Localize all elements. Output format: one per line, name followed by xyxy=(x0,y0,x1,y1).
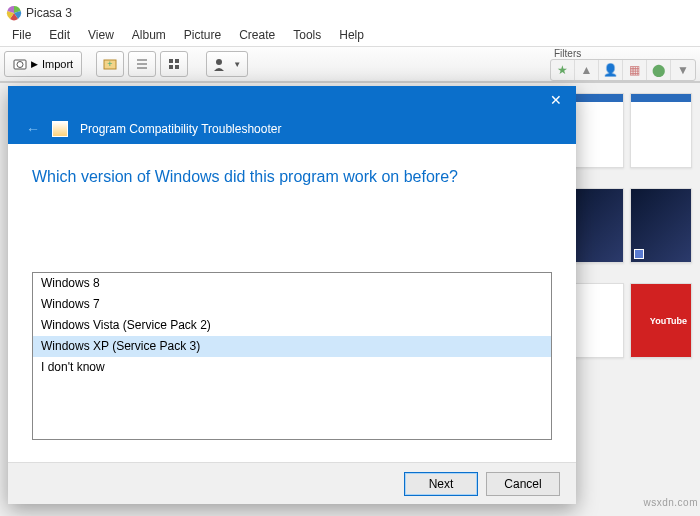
back-arrow-icon[interactable]: ← xyxy=(26,121,40,137)
grid-view-button[interactable] xyxy=(160,51,188,77)
menu-tools[interactable]: Tools xyxy=(285,26,329,46)
filter-down[interactable]: ▼ xyxy=(671,60,695,80)
svg-rect-9 xyxy=(175,59,179,63)
menu-help[interactable]: Help xyxy=(331,26,372,46)
filters-row: ★ ▲ 👤 ▦ ⬤ ▼ xyxy=(550,59,696,81)
svg-rect-11 xyxy=(175,65,179,69)
thumbnails-panel: YouTube xyxy=(562,93,692,378)
dialog-body: Which version of Windows did this progra… xyxy=(8,144,576,440)
filter-geo[interactable]: ⬤ xyxy=(647,60,671,80)
dialog-footer: Next Cancel xyxy=(8,462,576,504)
menu-create[interactable]: Create xyxy=(231,26,283,46)
thumbnail[interactable]: YouTube xyxy=(630,283,692,358)
menu-view[interactable]: View xyxy=(80,26,122,46)
list-view-button[interactable] xyxy=(128,51,156,77)
os-option[interactable]: I don't know xyxy=(33,357,551,378)
menu-edit[interactable]: Edit xyxy=(41,26,78,46)
picasa-logo-icon xyxy=(6,5,22,21)
menu-picture[interactable]: Picture xyxy=(176,26,229,46)
person-icon xyxy=(213,57,229,71)
dialog-question: Which version of Windows did this progra… xyxy=(32,168,552,186)
people-button[interactable]: ▼ xyxy=(206,51,248,77)
youtube-label: YouTube xyxy=(650,316,687,326)
toolbar: ▶ Import + ▼ Filters ★ ▲ 👤 ▦ ⬤ ▼ xyxy=(0,46,700,82)
compat-troubleshooter-dialog: ✕ ← Program Compatibility Troubleshooter… xyxy=(8,86,576,504)
menu-album[interactable]: Album xyxy=(124,26,174,46)
next-button[interactable]: Next xyxy=(404,472,478,496)
add-folder-icon: + xyxy=(103,57,117,71)
os-version-list[interactable]: Windows 8 Windows 7 Windows Vista (Servi… xyxy=(32,272,552,440)
filter-movie[interactable]: ▦ xyxy=(623,60,647,80)
dialog-close-button[interactable]: ✕ xyxy=(536,86,576,114)
dialog-header-title: Program Compatibility Troubleshooter xyxy=(80,122,281,136)
os-option[interactable]: Windows 8 xyxy=(33,273,551,294)
filters-label: Filters xyxy=(550,48,696,59)
chevron-down-icon: ▼ xyxy=(233,60,241,69)
os-option[interactable]: Windows 7 xyxy=(33,294,551,315)
thumbnail[interactable] xyxy=(630,188,692,263)
filter-star[interactable]: ★ xyxy=(551,60,575,80)
close-icon: ✕ xyxy=(550,92,562,108)
list-icon xyxy=(135,57,149,71)
menu-file[interactable]: File xyxy=(4,26,39,46)
svg-rect-8 xyxy=(169,59,173,63)
filters-block: Filters ★ ▲ 👤 ▦ ⬤ ▼ xyxy=(550,48,696,81)
os-option-selected[interactable]: Windows XP (Service Pack 3) xyxy=(33,336,551,357)
import-label: Import xyxy=(42,58,73,70)
camera-icon xyxy=(13,57,27,71)
app-title: Picasa 3 xyxy=(26,6,72,20)
svg-rect-10 xyxy=(169,65,173,69)
add-folder-button[interactable]: + xyxy=(96,51,124,77)
grid-icon xyxy=(167,57,181,71)
import-button[interactable]: ▶ Import xyxy=(4,51,82,77)
cancel-button[interactable]: Cancel xyxy=(486,472,560,496)
svg-text:+: + xyxy=(108,59,113,69)
watermark: wsxdn.com xyxy=(643,497,698,508)
troubleshooter-icon xyxy=(52,121,68,137)
dialog-titlebar: ✕ xyxy=(8,86,576,114)
menubar: File Edit View Album Picture Create Tool… xyxy=(0,26,700,46)
os-option[interactable]: Windows Vista (Service Pack 2) xyxy=(33,315,551,336)
svg-point-12 xyxy=(216,59,222,65)
thumbnail[interactable] xyxy=(630,93,692,168)
play-icon: ▶ xyxy=(31,59,38,69)
filter-up[interactable]: ▲ xyxy=(575,60,599,80)
dialog-header: ← Program Compatibility Troubleshooter xyxy=(8,114,576,144)
filter-person[interactable]: 👤 xyxy=(599,60,623,80)
app-titlebar: Picasa 3 xyxy=(0,0,700,26)
